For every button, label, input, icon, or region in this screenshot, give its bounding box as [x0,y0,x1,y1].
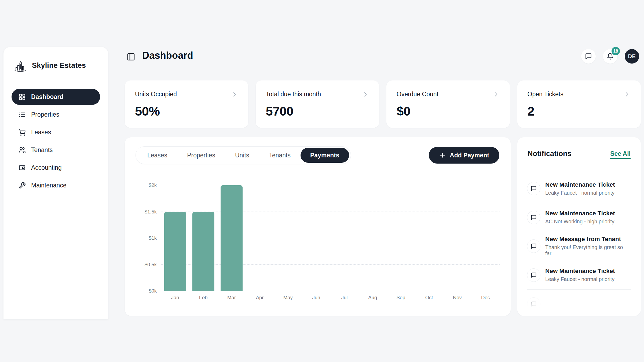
plus-icon [439,152,446,159]
y-axis-tick: $0.5k [145,262,157,268]
x-axis-tick: Jun [302,295,330,301]
sidebar-item-maintenance[interactable]: Maintenance [12,177,100,193]
message-bubble-icon [527,268,540,282]
avatar[interactable]: DE [625,49,639,64]
add-payment-label: Add Payment [450,152,489,159]
stat-value: $0 [397,104,500,119]
x-axis-tick: Aug [358,295,387,301]
y-axis-tick: $0k [149,288,157,294]
app-name: Skyline Estates [32,61,86,70]
notification-title: New Maintenance Ticket [545,210,615,217]
page-title: Dashboard [142,50,193,61]
notification-count-badge: 18 [612,47,620,55]
chart-plot: $0k$0.5k$1k$1.5k$2kJanFebMarAprMayJunJul… [161,177,500,291]
sidebar-item-label: Accounting [31,164,62,171]
x-axis-tick: Sep [387,295,415,301]
chevron-right-icon [231,91,238,98]
notification-item[interactable]: New Maintenance Ticket Leaky Faucet - no… [527,261,631,290]
add-payment-button[interactable]: Add Payment [429,147,499,164]
sidebar: Skyline Estates Dashboard Properties Lea… [3,47,108,319]
x-axis-tick: Oct [415,295,443,301]
message-bubble-icon [527,182,540,195]
notification-description: AC Not Working - high priority [545,219,615,225]
stat-label: Units Occupied [135,91,177,98]
y-axis-tick: $1.5k [145,209,157,215]
wrench-icon [19,182,26,189]
tab-units[interactable]: Units [225,147,259,164]
sidebar-menu: Dashboard Properties Leases Tenants Acco… [12,89,100,193]
y-axis-tick: $1k [149,235,157,241]
stat-card-units-occupied[interactable]: Units Occupied 50% [125,80,248,128]
notifications-title: Notifications [528,150,572,158]
divider [125,173,511,173]
stat-label: Open Tickets [528,91,564,98]
message-bubble-icon [527,297,540,311]
stat-label: Total due this month [266,91,321,98]
sidebar-item-label: Dashboard [31,93,63,101]
bar-jan [164,212,186,291]
panel-left-icon [127,53,135,61]
stat-value: 5700 [266,104,369,119]
x-axis-tick: Nov [443,295,471,301]
layout-grid-icon [19,93,26,101]
payments-panel: Leases Properties Units Tenants Payments… [125,137,511,316]
notifications-list: New Maintenance Ticket Leaky Faucet - no… [527,174,631,316]
y-axis-tick: $2k [149,182,157,188]
tab-tenants[interactable]: Tenants [259,147,301,164]
tab-payments[interactable]: Payments [301,148,349,163]
brand: Skyline Estates [12,58,100,73]
notification-item[interactable]: New Maintenance Ticket Leaky Faucet - no… [527,174,631,203]
sidebar-item-leases[interactable]: Leases [12,124,100,140]
chevron-right-icon [624,91,631,98]
notification-description: Leaky Faucet - normal priority [545,276,615,282]
shopping-cart-icon [19,129,26,136]
sidebar-item-label: Maintenance [31,182,67,189]
sidebar-item-tenants[interactable]: Tenants [12,142,100,158]
notifications-button[interactable]: 18 [603,49,617,64]
sidebar-item-properties[interactable]: Properties [12,106,100,123]
stat-card-overdue-count[interactable]: Overdue Count $0 [386,80,510,128]
stat-card-total-due[interactable]: Total due this month 5700 [256,80,379,128]
message-square-icon [585,53,592,60]
see-all-link[interactable]: See All [610,150,631,157]
message-bubble-icon [527,211,540,224]
tab-leases[interactable]: Leases [137,147,177,164]
notification-item[interactable]: New Maintenance Ticket AC Not Working - … [527,203,631,232]
tab-properties[interactable]: Properties [177,147,225,164]
x-axis-tick: Dec [471,295,500,301]
stats-row: Units Occupied 50% Total due this month … [125,80,641,128]
stat-value: 50% [135,104,238,119]
x-axis-tick: Jan [161,295,189,301]
notifications-panel: Notifications See All New Maintenance Ti… [517,137,641,316]
x-axis-tick: Mar [217,295,246,301]
notification-title: New Message from Tenant [545,236,631,243]
gridline [161,185,500,185]
sidebar-item-accounting[interactable]: Accounting [12,160,100,176]
sidebar-item-label: Tenants [31,146,53,154]
chevron-right-icon [362,91,369,98]
header-actions: 18 DE [581,49,639,64]
bar-feb [192,212,214,291]
stat-value: 2 [528,104,631,119]
x-axis-tick: Feb [189,295,217,301]
sidebar-item-label: Leases [31,129,51,136]
bar-mar [221,185,243,291]
notification-description: Thank you! Everything is great so far. [545,244,631,257]
notification-description: Leaky Faucet - normal priority [545,190,615,196]
chevron-right-icon [493,91,500,98]
notification-item-partial [527,290,631,316]
notification-item[interactable]: New Message from Tenant Thank you! Every… [527,232,631,261]
sidebar-item-label: Properties [31,111,59,118]
stat-label: Overdue Count [397,91,438,98]
list-icon [19,111,26,118]
users-icon [19,146,26,154]
x-axis-tick: Jul [330,295,358,301]
stat-card-open-tickets[interactable]: Open Tickets 2 [517,80,641,128]
skyline-logo-icon [13,58,28,73]
entity-tabs: Leases Properties Units Tenants Payments [136,146,351,164]
sidebar-toggle-button[interactable] [127,53,135,61]
notification-title: New Maintenance Ticket [545,181,615,188]
sidebar-item-dashboard[interactable]: Dashboard [12,89,100,105]
messages-button[interactable] [581,49,596,64]
notification-title: New Maintenance Ticket [545,268,615,275]
